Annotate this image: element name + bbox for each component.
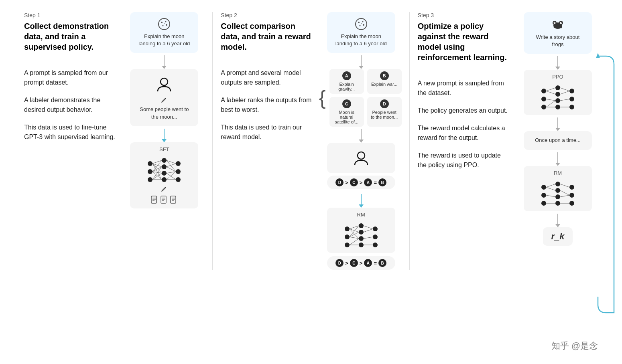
svg-point-55 bbox=[345, 226, 350, 231]
step-1-person-box: Some people went to the moon... bbox=[130, 69, 198, 126]
pencil-icon-1 bbox=[161, 96, 168, 103]
step-2-label: Step 2 bbox=[221, 12, 313, 18]
step-3-diagram: Write a story about frogs PPO bbox=[518, 12, 598, 246]
svg-point-51 bbox=[363, 24, 364, 26]
step-3-output-box: Once upon a time... bbox=[524, 131, 592, 150]
step-3-arrow-2 bbox=[557, 117, 558, 129]
rm-network-3 bbox=[540, 179, 576, 207]
step-3-title: Optimize a policy against the reward mod… bbox=[418, 21, 510, 63]
svg-line-71 bbox=[350, 239, 359, 245]
person-icon-2 bbox=[352, 148, 371, 168]
step-3-arrow-3 bbox=[557, 152, 558, 164]
pencil-icon-2 bbox=[161, 185, 168, 192]
svg-point-16 bbox=[176, 177, 181, 182]
step-2-arrow-1 bbox=[361, 55, 362, 67]
step-3-rm-label: RM bbox=[554, 170, 562, 176]
step-3-prompt-box: Write a story about frogs bbox=[524, 12, 592, 54]
step-2-ranking-bar: D > C > A = B bbox=[327, 176, 395, 189]
step-2-desc-1: A prompt and several model outputs are s… bbox=[221, 68, 313, 87]
doc-icon-2 bbox=[160, 196, 168, 204]
sft-network bbox=[146, 156, 182, 184]
step-3-ppo-box: PPO bbox=[524, 70, 592, 115]
svg-point-6 bbox=[161, 78, 168, 85]
step-1-sft-box: SFT bbox=[130, 142, 198, 208]
svg-point-10 bbox=[162, 158, 167, 163]
svg-point-1 bbox=[161, 22, 163, 23]
svg-line-75 bbox=[364, 237, 373, 239]
svg-point-9 bbox=[148, 177, 152, 182]
svg-point-110 bbox=[555, 194, 560, 199]
svg-point-13 bbox=[162, 177, 167, 182]
step-3-column: Step 3 Optimize a policy against the rew… bbox=[410, 12, 606, 270]
step-3-ppo-label: PPO bbox=[552, 74, 563, 80]
step-1-arrow-1 bbox=[164, 55, 165, 67]
person-icon bbox=[154, 75, 174, 94]
option-d: D People went to the moon... bbox=[367, 97, 402, 127]
svg-point-83 bbox=[561, 22, 562, 23]
step-3-desc-1: A new prompt is sampled from the dataset… bbox=[418, 79, 510, 98]
svg-point-113 bbox=[569, 193, 574, 198]
svg-point-90 bbox=[555, 92, 560, 97]
svg-point-8 bbox=[148, 169, 152, 174]
svg-rect-36 bbox=[151, 196, 157, 203]
step-2-options-grid: A Explain gravity... B Explain war... C … bbox=[329, 69, 402, 127]
svg-point-95 bbox=[569, 105, 574, 109]
step-1-title: Collect demonstration data, and train a … bbox=[24, 21, 116, 52]
step-1-prompt-box: Explain the moon landing to a 6 year old bbox=[130, 12, 198, 53]
svg-line-103 bbox=[560, 99, 569, 101]
svg-point-106 bbox=[541, 193, 546, 198]
step-2-arrow-3 bbox=[361, 194, 362, 205]
svg-line-33 bbox=[167, 167, 176, 172]
svg-line-97 bbox=[546, 91, 555, 94]
step-3-reward-box: r_k bbox=[543, 227, 572, 246]
step-3-output-text: Once upon a time... bbox=[535, 137, 580, 144]
svg-point-109 bbox=[555, 188, 560, 193]
svg-point-94 bbox=[569, 97, 574, 101]
step-2-prompt-box: Explain the moon landing to a 6 year old bbox=[327, 12, 395, 53]
step-3-diagram-wrapper: Write a story about frogs PPO bbox=[518, 12, 598, 270]
option-c-circle: C bbox=[342, 99, 351, 108]
svg-point-3 bbox=[166, 24, 167, 26]
svg-point-5 bbox=[164, 23, 165, 24]
svg-point-53 bbox=[361, 23, 362, 24]
step-1-person-text: Some people went to the moon... bbox=[136, 106, 192, 120]
option-a-text: Explain gravity... bbox=[333, 82, 361, 91]
step-2-title: Collect comparison data, and train a rew… bbox=[221, 21, 313, 52]
step-2-prompt-text: Explain the moon landing to a 6 year old bbox=[333, 33, 389, 47]
svg-line-121 bbox=[560, 195, 569, 197]
svg-line-116 bbox=[546, 187, 555, 190]
step-1-desc-3: This data is used to fine-tune GPT-3 wit… bbox=[24, 123, 116, 142]
step-3-arrow-1 bbox=[557, 56, 558, 67]
svg-point-50 bbox=[362, 21, 363, 22]
svg-rect-44 bbox=[171, 196, 176, 203]
frog-icon bbox=[551, 18, 565, 31]
step-3-text: Step 3 Optimize a policy against the rew… bbox=[418, 12, 514, 270]
svg-point-93 bbox=[569, 89, 574, 93]
svg-point-7 bbox=[148, 161, 152, 166]
svg-line-29 bbox=[167, 164, 176, 167]
svg-point-114 bbox=[569, 201, 574, 206]
option-c-text: Moon is natural satellite of... bbox=[333, 110, 361, 124]
step-1-diagram: Explain the moon landing to a 6 year old… bbox=[124, 12, 204, 270]
svg-line-117 bbox=[546, 195, 555, 197]
svg-point-62 bbox=[373, 226, 378, 231]
svg-point-88 bbox=[541, 105, 546, 109]
svg-line-101 bbox=[560, 88, 569, 91]
step-2-desc-3: This data is used to train our reward mo… bbox=[221, 123, 313, 142]
svg-point-92 bbox=[555, 105, 560, 109]
svg-line-120 bbox=[560, 190, 569, 195]
svg-point-56 bbox=[345, 235, 350, 239]
svg-point-91 bbox=[555, 98, 560, 103]
step-2-rm-label: RM bbox=[357, 212, 365, 218]
step-2-diagram: Explain the moon landing to a 6 year old… bbox=[321, 12, 401, 270]
doc-icon-1 bbox=[150, 196, 159, 204]
svg-point-58 bbox=[359, 223, 364, 228]
svg-point-112 bbox=[569, 185, 574, 190]
cookie-icon bbox=[158, 18, 171, 30]
option-b: B Explain war... bbox=[367, 69, 402, 94]
step-2-column: Step 2 Collect comparison data, and trai… bbox=[213, 12, 409, 270]
svg-point-12 bbox=[162, 171, 167, 176]
svg-line-73 bbox=[364, 226, 373, 229]
svg-point-4 bbox=[163, 25, 164, 26]
svg-line-119 bbox=[560, 184, 569, 187]
